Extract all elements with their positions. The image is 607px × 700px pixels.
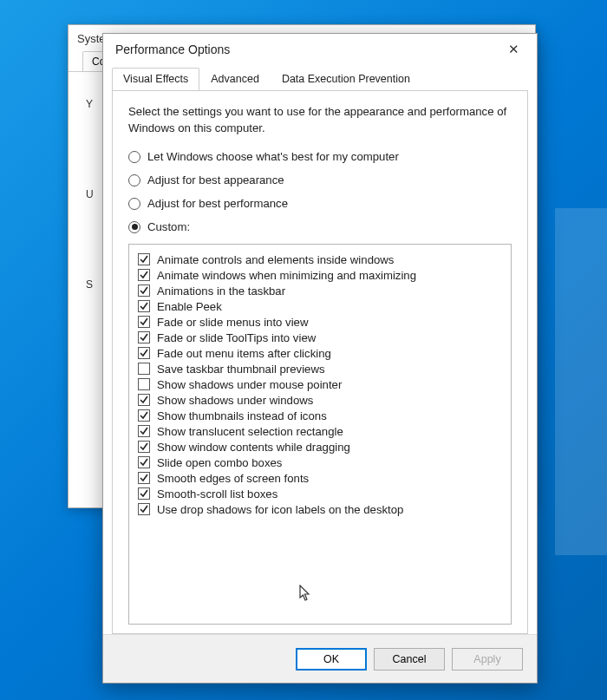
checkbox-checked-icon bbox=[138, 316, 150, 328]
checkbox-label: Animate controls and elements inside win… bbox=[157, 253, 394, 266]
dialog-footer: OK Cancel Apply bbox=[103, 634, 537, 683]
checkbox-checked-icon bbox=[138, 441, 150, 453]
radio-label: Adjust for best appearance bbox=[147, 173, 284, 186]
list-item[interactable]: Animations in the taskbar bbox=[138, 283, 502, 298]
checkbox-label: Show shadows under mouse pointer bbox=[157, 378, 342, 391]
checkbox-unchecked-icon bbox=[138, 378, 150, 390]
checkbox-checked-icon bbox=[138, 300, 150, 312]
list-item[interactable]: Show shadows under mouse pointer bbox=[138, 376, 502, 392]
list-item[interactable]: Smooth-scroll list boxes bbox=[138, 486, 502, 501]
titlebar: Performance Options ✕ bbox=[103, 34, 537, 65]
checkbox-label: Slide open combo boxes bbox=[157, 456, 282, 469]
cursor-icon bbox=[299, 585, 313, 602]
radio-icon bbox=[128, 174, 140, 186]
intro-text: Select the settings you want to use for … bbox=[128, 103, 512, 136]
radio-label: Let Windows choose what's best for my co… bbox=[147, 150, 399, 163]
checkbox-checked-icon bbox=[138, 425, 150, 437]
radio-option[interactable]: Let Windows choose what's best for my co… bbox=[128, 150, 512, 163]
checkbox-label: Animate windows when minimizing and maxi… bbox=[157, 269, 416, 282]
checkbox-checked-icon bbox=[138, 347, 150, 359]
ok-button[interactable]: OK bbox=[296, 648, 367, 671]
radio-option[interactable]: Adjust for best performance bbox=[128, 197, 512, 210]
checkbox-checked-icon bbox=[138, 269, 150, 281]
radio-label: Adjust for best performance bbox=[147, 197, 288, 210]
checkbox-label: Fade or slide ToolTips into view bbox=[157, 331, 316, 344]
checkbox-label: Save taskbar thumbnail previews bbox=[157, 363, 325, 376]
radio-option[interactable]: Adjust for best appearance bbox=[128, 173, 512, 186]
list-item[interactable]: Show thumbnails instead of icons bbox=[138, 408, 502, 423]
checkbox-checked-icon bbox=[138, 409, 150, 422]
tab-strip: Visual EffectsAdvancedData Execution Pre… bbox=[103, 67, 537, 90]
checkbox-label: Show shadows under windows bbox=[157, 394, 313, 407]
radio-label: Custom: bbox=[147, 220, 190, 233]
checkbox-checked-icon bbox=[138, 472, 150, 484]
list-item[interactable]: Save taskbar thumbnail previews bbox=[138, 361, 502, 376]
checkbox-label: Fade or slide menus into view bbox=[157, 316, 308, 329]
checkbox-label: Animations in the taskbar bbox=[157, 285, 285, 298]
checkbox-checked-icon bbox=[138, 285, 150, 297]
list-item[interactable]: Fade or slide menus into view bbox=[138, 314, 502, 330]
checkbox-label: Show window contents while dragging bbox=[157, 441, 350, 454]
list-item[interactable]: Use drop shadows for icon labels on the … bbox=[138, 501, 502, 517]
checkbox-checked-icon bbox=[138, 331, 150, 343]
checkbox-label: Smooth edges of screen fonts bbox=[157, 472, 309, 485]
performance-options-dialog: Performance Options ✕ Visual EffectsAdva… bbox=[102, 33, 538, 684]
checkbox-checked-icon bbox=[138, 394, 150, 406]
dialog-title: Performance Options bbox=[115, 43, 230, 56]
radio-icon bbox=[128, 198, 140, 210]
list-item[interactable]: Fade out menu items after clicking bbox=[138, 345, 502, 361]
list-item[interactable]: Show translucent selection rectangle bbox=[138, 423, 502, 439]
tab-visual-effects[interactable]: Visual Effects bbox=[112, 68, 199, 90]
radio-option[interactable]: Custom: bbox=[128, 220, 512, 233]
desktop-decor bbox=[555, 208, 607, 555]
checkbox-checked-icon bbox=[138, 487, 150, 500]
checkbox-label: Fade out menu items after clicking bbox=[157, 347, 331, 360]
list-item[interactable]: Animate controls and elements inside win… bbox=[138, 252, 502, 267]
tab-advanced[interactable]: Advanced bbox=[199, 68, 271, 90]
tab-panel-visual-effects: Select the settings you want to use for … bbox=[112, 90, 528, 634]
back-title: Syste bbox=[77, 32, 106, 45]
checkbox-checked-icon bbox=[138, 456, 150, 468]
close-button[interactable]: ✕ bbox=[499, 38, 528, 61]
checkbox-unchecked-icon bbox=[138, 363, 150, 375]
checkbox-checked-icon bbox=[138, 253, 150, 265]
list-item[interactable]: Smooth edges of screen fonts bbox=[138, 470, 502, 486]
checkbox-label: Smooth-scroll list boxes bbox=[157, 487, 277, 500]
tab-data-execution-prevention[interactable]: Data Execution Prevention bbox=[271, 68, 421, 90]
list-item[interactable]: Show shadows under windows bbox=[138, 392, 502, 408]
checkbox-label: Show translucent selection rectangle bbox=[157, 425, 343, 438]
close-icon: ✕ bbox=[508, 42, 519, 57]
radio-icon bbox=[128, 151, 140, 163]
list-item[interactable]: Slide open combo boxes bbox=[138, 455, 502, 470]
list-item[interactable]: Enable Peek bbox=[138, 298, 502, 314]
checkbox-label: Use drop shadows for icon labels on the … bbox=[157, 503, 403, 516]
cancel-button[interactable]: Cancel bbox=[374, 648, 445, 671]
checkbox-label: Enable Peek bbox=[157, 300, 222, 313]
list-item[interactable]: Animate windows when minimizing and maxi… bbox=[138, 267, 502, 283]
checkbox-label: Show thumbnails instead of icons bbox=[157, 409, 327, 422]
radio-icon bbox=[128, 221, 140, 233]
list-item[interactable]: Show window contents while dragging bbox=[138, 439, 502, 455]
radio-group: Let Windows choose what's best for my co… bbox=[128, 150, 512, 244]
visual-effects-list: Animate controls and elements inside win… bbox=[128, 244, 512, 625]
apply-button[interactable]: Apply bbox=[452, 648, 523, 671]
checkbox-checked-icon bbox=[138, 503, 150, 515]
list-item[interactable]: Fade or slide ToolTips into view bbox=[138, 330, 502, 345]
